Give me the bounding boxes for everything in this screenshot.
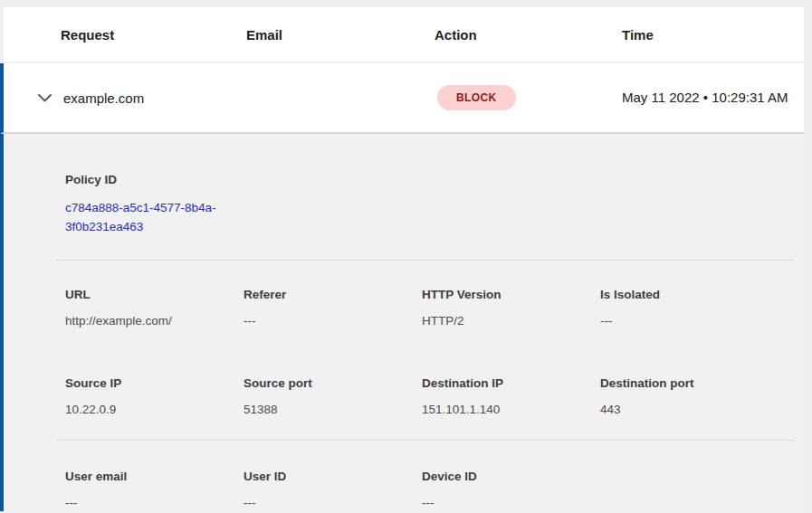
field-label: User ID bbox=[244, 469, 422, 484]
field-label: Destination IP bbox=[422, 375, 600, 391]
request-domain: example.com bbox=[63, 90, 144, 106]
field-label: HTTP Version bbox=[422, 287, 600, 302]
field-value: 443 bbox=[600, 402, 779, 417]
detail-row-user: User email --- User ID --- Device ID --- bbox=[65, 469, 782, 510]
field-value: --- bbox=[600, 313, 779, 328]
column-header-request: Request bbox=[61, 27, 246, 43]
field-label: URL bbox=[65, 287, 244, 302]
divider bbox=[56, 260, 794, 261]
time-cell: May 11 2022 • 10:29:31 AM bbox=[622, 87, 789, 109]
field-value: --- bbox=[422, 495, 600, 510]
field-label: Is Isolated bbox=[600, 287, 779, 302]
action-block-badge: BLOCK bbox=[437, 85, 516, 110]
field-value: --- bbox=[244, 313, 422, 328]
field-value: --- bbox=[65, 495, 244, 510]
field-value: http://example.com/ bbox=[65, 313, 244, 328]
field-user-email: User email --- bbox=[65, 469, 244, 510]
detail-row-network: Source IP 10.22.0.9 Source port 51388 De… bbox=[65, 375, 782, 417]
field-value: 151.101.1.140 bbox=[422, 402, 600, 417]
field-label: Source IP bbox=[65, 375, 244, 391]
field-value: --- bbox=[244, 495, 422, 510]
field-device-id: Device ID --- bbox=[422, 469, 600, 510]
field-source-port: Source port 51388 bbox=[244, 375, 422, 417]
field-is-isolated: Is Isolated --- bbox=[600, 287, 779, 328]
collapse-row-button[interactable] bbox=[38, 94, 52, 102]
column-header-action: Action bbox=[435, 27, 622, 43]
field-http-version: HTTP Version HTTP/2 bbox=[422, 287, 600, 328]
field-url: URL http://example.com/ bbox=[65, 287, 244, 328]
policy-id-label: Policy ID bbox=[65, 172, 782, 187]
table-header: Request Email Action Time bbox=[4, 7, 804, 62]
field-value: HTTP/2 bbox=[422, 313, 600, 328]
detail-row-http: URL http://example.com/ Referer --- HTTP… bbox=[65, 287, 782, 328]
action-cell: BLOCK bbox=[435, 85, 622, 110]
field-value: 10.22.0.9 bbox=[65, 402, 244, 417]
field-referer: Referer --- bbox=[244, 287, 422, 328]
column-header-email: Email bbox=[246, 27, 435, 43]
field-label: Destination port bbox=[600, 375, 779, 391]
field-label: Referer bbox=[244, 287, 422, 302]
field-label: Device ID bbox=[422, 469, 600, 484]
column-header-time: Time bbox=[622, 27, 804, 43]
field-user-id: User ID --- bbox=[244, 469, 422, 510]
field-value: 51388 bbox=[244, 402, 422, 417]
request-cell: example.com bbox=[38, 90, 246, 106]
log-table-row[interactable]: example.com BLOCK May 11 2022 • 10:29:31… bbox=[0, 63, 804, 134]
policy-id-link[interactable]: c784a888-a5c1-4577-8b4a-3f0b231ea463 bbox=[65, 198, 242, 236]
field-label: Source port bbox=[244, 375, 422, 391]
divider bbox=[56, 440, 794, 441]
field-label: User email bbox=[65, 469, 244, 484]
field-destination-port: Destination port 443 bbox=[600, 375, 779, 417]
field-destination-ip: Destination IP 151.101.1.140 bbox=[422, 375, 600, 417]
field-source-ip: Source IP 10.22.0.9 bbox=[65, 375, 244, 417]
row-details-panel: Policy ID c784a888-a5c1-4577-8b4a-3f0b23… bbox=[0, 134, 804, 511]
chevron-down-icon bbox=[38, 94, 52, 102]
